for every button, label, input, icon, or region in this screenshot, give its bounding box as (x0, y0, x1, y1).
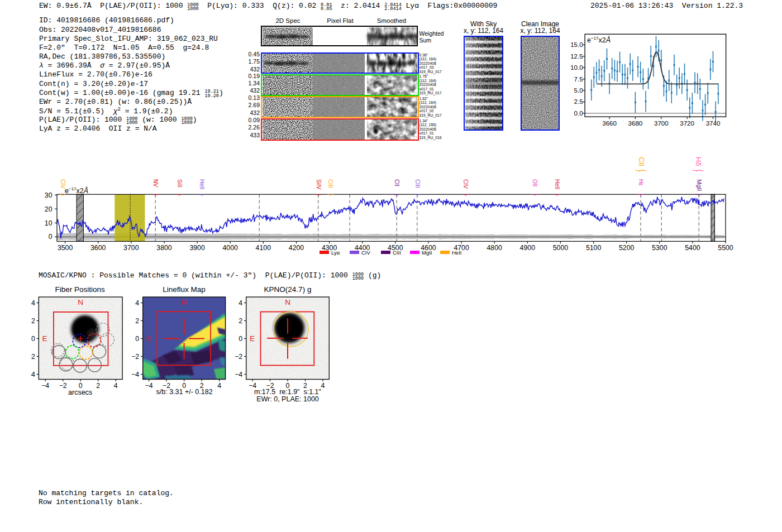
svg-text:4900: 4900 (520, 244, 536, 252)
svg-text:2: 2 (96, 382, 100, 390)
svg-text:0: 0 (239, 335, 242, 343)
svg-text:4: 4 (135, 299, 139, 307)
svg-text:−4: −4 (31, 371, 35, 378)
svg-text:E: E (42, 334, 47, 343)
svg-text:OII: OII (532, 179, 538, 186)
svg-text:5300: 5300 (652, 244, 667, 252)
svg-text:HeII: HeII (199, 179, 205, 189)
svg-text:2: 2 (31, 317, 35, 325)
svg-text:}: } (327, 194, 333, 196)
svg-text:3800: 3800 (156, 244, 172, 252)
svg-text:−2: −2 (59, 382, 67, 390)
svg-text:}: } (462, 194, 469, 196)
svg-text:12.5: 12.5 (570, 53, 583, 60)
svg-text:5000: 5000 (553, 244, 569, 252)
svg-text:}: } (177, 194, 183, 196)
svg-text:2: 2 (239, 317, 242, 325)
svg-text:HeII: HeII (554, 179, 560, 189)
svg-text:}: } (532, 194, 538, 196)
svg-text:5.0: 5.0 (574, 87, 583, 94)
svg-text:4800: 4800 (487, 244, 503, 252)
svg-text:5200: 5200 (619, 244, 635, 252)
svg-text:3500: 3500 (58, 244, 73, 252)
svg-text:5500: 5500 (718, 244, 733, 252)
svg-text:−2: −2 (31, 353, 35, 361)
svg-text:15.0: 15.0 (570, 41, 583, 48)
svg-text:3660: 3660 (602, 120, 617, 127)
svg-text:4: 4 (321, 382, 325, 390)
svg-text:0: 0 (31, 335, 35, 343)
svg-text:CIV: CIV (462, 179, 469, 189)
svg-text:CIII: CIII (327, 179, 333, 188)
svg-text:5100: 5100 (586, 244, 602, 252)
svg-text:arcsecs: arcsecs (68, 389, 92, 396)
svg-text:Hδ: Hδ (694, 157, 703, 166)
svg-text:4: 4 (31, 299, 35, 307)
svg-text:−2: −2 (131, 353, 139, 361)
svg-text:0: 0 (135, 335, 139, 343)
svg-text:4: 4 (239, 299, 242, 307)
svg-text:3600: 3600 (90, 244, 106, 252)
svg-text:7.5: 7.5 (574, 76, 583, 83)
svg-text:4200: 4200 (289, 244, 304, 252)
svg-text:E: E (146, 334, 151, 343)
svg-text:EWr: 0, PLAE: 1000: EWr: 0, PLAE: 1000 (256, 395, 319, 403)
svg-text:0: 0 (49, 233, 53, 241)
svg-text:5400: 5400 (685, 244, 700, 252)
svg-text:3900: 3900 (189, 244, 205, 252)
svg-text:N: N (78, 298, 83, 306)
svg-text:20: 20 (45, 205, 53, 213)
svg-text:{: { (697, 169, 704, 171)
svg-text:4: 4 (114, 382, 118, 390)
svg-text:}: } (554, 194, 560, 196)
svg-text:s/b: 3.31 +/- 0.182: s/b: 3.31 +/- 0.182 (156, 388, 213, 396)
svg-text:SiIV: SiIV (316, 179, 322, 190)
svg-text:N: N (182, 298, 187, 306)
svg-text:−2: −2 (235, 353, 242, 361)
svg-text:3700: 3700 (654, 120, 669, 127)
svg-text:{: { (640, 169, 647, 171)
svg-text:3740: 3740 (706, 120, 721, 127)
svg-text:0.0: 0.0 (574, 110, 583, 117)
svg-text:2.5: 2.5 (574, 98, 583, 105)
svg-text:10.0: 10.0 (570, 64, 583, 71)
svg-text:}: } (199, 194, 205, 196)
svg-text:N: N (285, 298, 290, 306)
svg-text:3720: 3720 (680, 120, 694, 127)
svg-text:2: 2 (135, 317, 139, 325)
svg-text:4: 4 (217, 382, 221, 390)
svg-text:CII: CII (394, 179, 400, 186)
svg-text:−4: −4 (145, 382, 153, 390)
svg-text:30: 30 (45, 191, 53, 199)
svg-text:MgII: MgII (696, 179, 703, 191)
svg-text:−4: −4 (235, 371, 242, 378)
svg-text:4000: 4000 (223, 244, 239, 252)
svg-text:E: E (250, 334, 255, 343)
svg-text:−4: −4 (131, 371, 139, 378)
svg-text:−4: −4 (41, 382, 49, 390)
svg-text:CIII: CIII (414, 179, 421, 188)
svg-text:CII: CII (637, 157, 646, 166)
svg-text:NV: NV (152, 179, 159, 187)
svg-text:SiII: SiII (177, 179, 183, 187)
svg-text:Hε: Hε (638, 179, 644, 186)
svg-text:3680: 3680 (628, 120, 643, 127)
svg-text:4100: 4100 (256, 244, 271, 252)
svg-text:10: 10 (45, 219, 53, 227)
svg-text:3700: 3700 (123, 244, 139, 252)
